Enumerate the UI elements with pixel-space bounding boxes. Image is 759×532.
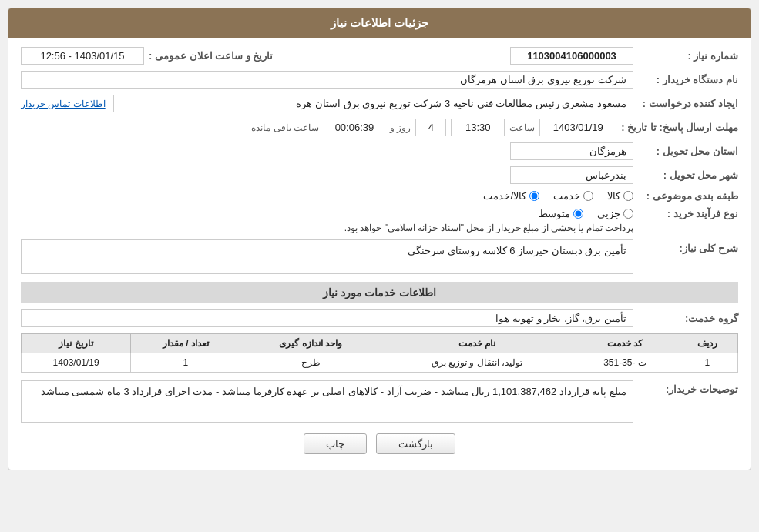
cat-radio-kala-khedmat[interactable]: کالا/خدمت xyxy=(483,190,539,202)
creator-label: ایجاد کننده درخواست : xyxy=(638,98,738,109)
need-number-value: 1103004106000003 xyxy=(510,47,633,65)
button-row: بازگشت چاپ xyxy=(21,433,738,454)
creator-contact-link[interactable]: اطلاعات تماس خریدار xyxy=(21,99,106,109)
print-button[interactable]: چاپ xyxy=(304,433,367,454)
city-value: بندرعباس xyxy=(510,166,633,184)
days-label: روز و xyxy=(390,122,411,133)
services-table: ردیف کد خدمت نام خدمت واحد اندازه گیری ت… xyxy=(21,333,738,373)
cat-radio-khedmat[interactable]: خدمت xyxy=(553,190,593,202)
province-value: هرمزگان xyxy=(510,142,633,160)
process-notice: پرداخت تمام یا بخشی از مبلغ خریدار از مح… xyxy=(344,223,633,233)
need-number-label: شماره نیاز : xyxy=(638,50,738,62)
services-section-header: اطلاعات خدمات مورد نیاز xyxy=(21,282,738,303)
remaining-label: ساعت باقی مانده xyxy=(251,122,319,133)
cat-radio-kala-khedmat-label: کالا/خدمت xyxy=(483,190,526,202)
proc-radio-motevaset-label: متوسط xyxy=(539,208,570,219)
city-label: شهر محل تحویل : xyxy=(638,169,738,181)
process-label: نوع فرآیند خرید : xyxy=(638,208,738,219)
back-button[interactable]: بازگشت xyxy=(376,433,455,454)
buyer-desc-label: توصیحات خریدار: xyxy=(638,380,738,395)
cat-radio-kala-label: کالا xyxy=(607,190,620,202)
proc-radio-jozii[interactable]: جزیی xyxy=(597,208,633,219)
col-header-code: کد خدمت xyxy=(573,334,677,353)
col-header-name: نام خدمت xyxy=(381,334,573,353)
buyer-org-label: نام دستگاه خریدار : xyxy=(638,74,738,85)
remaining-value: 00:06:39 xyxy=(324,119,385,136)
service-group-value: تأمین برق، گاز، بخار و تهویه هوا xyxy=(21,309,633,327)
deadline-date: 1403/01/19 xyxy=(539,119,616,136)
page-title: جزئیات اطلاعات نیاز xyxy=(8,8,751,38)
buyer-desc-value: مبلغ پایه قرارداد 1,101,387,462 ریال میب… xyxy=(21,380,633,423)
creator-value: مسعود مشعری رئیس مطالعات فنی ناحیه 3 شرک… xyxy=(113,95,633,112)
days-value: 4 xyxy=(415,119,446,136)
deadline-time: 13:30 xyxy=(451,119,505,136)
need-desc-value: تأمین برق دبستان خیرساز 6 کلاسه روستای س… xyxy=(21,239,633,274)
announce-date-value: 1403/01/15 - 12:56 xyxy=(21,47,144,65)
time-label: ساعت xyxy=(509,122,535,133)
col-header-qty: تعداد / مقدار xyxy=(131,334,240,353)
cat-radio-kala[interactable]: کالا xyxy=(607,190,633,202)
service-group-label: گروه خدمت: xyxy=(638,313,738,324)
col-header-date: تاریخ نیاز xyxy=(22,334,131,353)
category-label: طبقه بندی موضوعی : xyxy=(638,190,738,202)
buyer-org-value: شرکت توزیع نیروی برق استان هرمزگان xyxy=(21,71,633,89)
deadline-label: مهلت ارسال پاسخ: تا تاریخ : xyxy=(621,122,738,133)
need-desc-label: شرح کلی نیاز: xyxy=(638,239,738,254)
announce-date-label: تاریخ و ساعت اعلان عمومی : xyxy=(149,50,273,62)
cat-radio-khedmat-label: خدمت xyxy=(553,190,580,202)
table-row: 1ت -35-351تولید، انتقال و توزیع برقطرح11… xyxy=(22,353,738,373)
proc-radio-motevaset[interactable]: متوسط xyxy=(539,208,583,219)
col-header-unit: واحد اندازه گیری xyxy=(240,334,381,353)
category-radio-group: کالا خدمت کالا/خدمت xyxy=(483,190,633,202)
province-label: استان محل تحویل : xyxy=(638,146,738,157)
proc-radio-jozii-label: جزیی xyxy=(597,208,620,219)
col-header-row: ردیف xyxy=(677,334,737,353)
